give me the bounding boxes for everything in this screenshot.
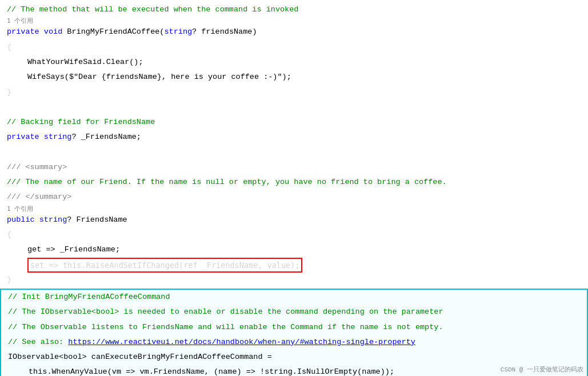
code-line-12: public string? FriendsName bbox=[0, 213, 588, 227]
code-line-7: // Backing field for FriendsName bbox=[0, 115, 588, 130]
code-line-empty-2 bbox=[0, 145, 588, 160]
code-editor: // The method that will be executed when… bbox=[0, 0, 588, 376]
code-line-6: } bbox=[0, 85, 588, 100]
upper-code-section: // The method that will be executed when… bbox=[0, 0, 588, 289]
code-line-14: get => _FriendsName; bbox=[0, 242, 588, 257]
docs-link[interactable]: https://www.reactiveui.net/docs/handbook… bbox=[68, 338, 415, 346]
code-line-8: private string? _FriendsName; bbox=[0, 130, 588, 145]
code-line-13: { bbox=[0, 227, 588, 242]
cyan-code-section: // Init BringMyFriendACoffeeCommand // T… bbox=[0, 289, 588, 376]
redbox-content: set => this.RaiseAndSetIfChanged(ref _Fr… bbox=[27, 258, 302, 273]
code-line-empty-1 bbox=[0, 100, 588, 115]
cyan-line-1: // Init BringMyFriendACoffeeCommand bbox=[1, 290, 587, 305]
ref-count-1: 1 个引用 bbox=[0, 17, 588, 25]
code-line-4: WhatYourWifeSaid.Clear(); bbox=[0, 55, 588, 70]
ref-count-2: 1 个引用 bbox=[0, 205, 588, 213]
code-line-15: } bbox=[0, 273, 588, 287]
code-line-11: /// </summary> bbox=[0, 190, 588, 205]
code-line-5: WifeSays($"Dear {friendsName}, here is y… bbox=[0, 70, 588, 85]
cyan-line-4: // See also: https://www.reactiveui.net/… bbox=[1, 335, 587, 350]
code-line-2: private void BringMyFriendACoffee(string… bbox=[0, 25, 588, 39]
cyan-line-3: // The Observable listens to FriendsName… bbox=[1, 320, 587, 335]
code-line-9: /// <summary> bbox=[0, 160, 588, 175]
code-line-1: // The method that will be executed when… bbox=[0, 2, 588, 17]
cyan-line-6: this.WhenAnyValue(vm => vm.FriendsName, … bbox=[1, 365, 587, 376]
cyan-line-2: // The IObservable<bool> is needed to en… bbox=[1, 305, 587, 319]
cyan-line-5: IObservable<bool> canExecuteBringMyFrien… bbox=[1, 350, 587, 365]
code-line-10: /// The name of our Friend. If the name … bbox=[0, 175, 588, 190]
code-line-3: { bbox=[0, 40, 588, 55]
watermark: CSDN @ 一只爱做笔记的码农 bbox=[501, 365, 583, 374]
code-line-redbox: set => this.RaiseAndSetIfChanged(ref _Fr… bbox=[0, 258, 588, 273]
